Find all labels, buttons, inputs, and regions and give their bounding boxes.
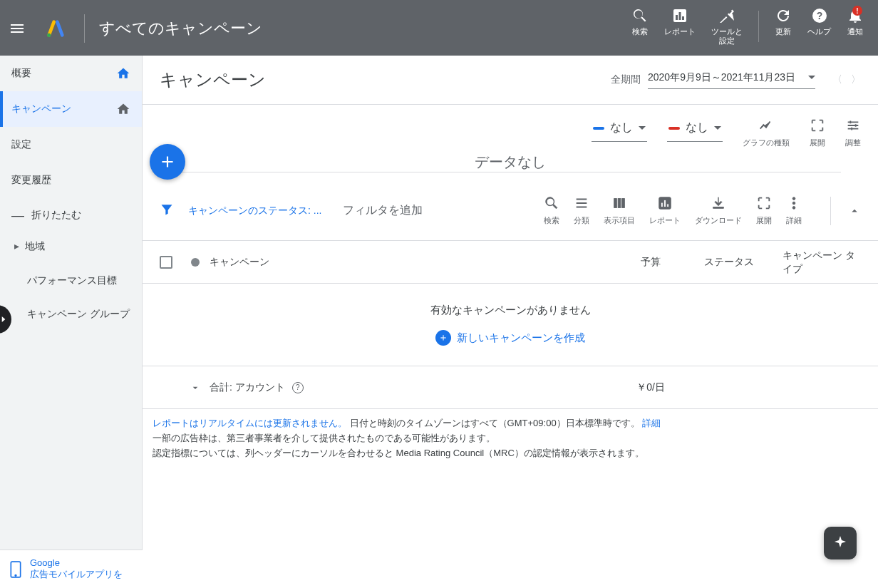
sidebar-change-history-label: 変更履歴 <box>11 174 51 187</box>
sidebar-overview-label: 概要 <box>11 67 31 80</box>
more-label: 詳細 <box>786 215 802 226</box>
refresh-button[interactable]: 更新 <box>775 7 792 46</box>
plus-circle-icon: ＋ <box>435 330 451 346</box>
footer-detail-link[interactable]: 詳細 <box>642 418 661 428</box>
sidebar-item-campaigns[interactable]: キャンペーン <box>0 91 142 127</box>
svg-rect-9 <box>622 199 625 208</box>
sidebar: 概要 キャンペーン 設定 変更履歴 — 折りたたむ ▸地域 パフォーマンス目標 … <box>0 56 143 588</box>
dropdown-icon <box>714 126 721 130</box>
svg-rect-2 <box>676 15 678 20</box>
table-search-label: 検索 <box>544 215 559 226</box>
total-budget: ￥0/日 <box>597 381 704 394</box>
col-campaign[interactable]: キャンペーン <box>210 256 597 269</box>
phone-icon <box>9 560 23 579</box>
download-button[interactable]: ダウンロード <box>695 195 742 226</box>
search-label: 検索 <box>632 27 648 36</box>
chevron-down-icon <box>190 382 201 393</box>
sidebar-campaigns-label: キャンペーン <box>11 103 71 115</box>
notifications-button[interactable]: ! 通知 <box>847 7 864 46</box>
chart-expand-button[interactable]: 展開 <box>810 118 825 148</box>
sidebar-collapse-button[interactable]: — 折りたたむ <box>0 201 142 229</box>
assistant-fab[interactable] <box>824 527 857 559</box>
col-budget[interactable]: 予算 <box>597 256 704 269</box>
google-ads-logo-icon[interactable] <box>34 19 77 38</box>
columns-button[interactable]: 表示項目 <box>604 195 635 226</box>
home-icon <box>116 102 130 116</box>
promo-line2: 広告モバイルアプリを <box>30 568 123 581</box>
chart-no-data: データなし <box>180 153 841 172</box>
chevron-right-icon <box>0 314 9 324</box>
footer-realtime-note[interactable]: レポートはリアルタイムには更新されません。 <box>153 418 347 428</box>
footer-mrc-note: 認定指標については、列ヘッダーにカーソルを合わせると Media Rating … <box>153 446 868 461</box>
date-range-picker[interactable]: 全期間 2020年9月9日～2021年11月23日 〈 〉 <box>611 71 861 89</box>
search-button[interactable]: 検索 <box>631 7 649 46</box>
help-icon[interactable]: ? <box>292 382 304 393</box>
next-period-button[interactable]: 〉 <box>851 73 861 86</box>
dropdown-icon <box>808 76 815 79</box>
prev-period-button[interactable]: 〈 <box>832 73 842 86</box>
caret-right-icon: ▸ <box>14 240 19 252</box>
select-all-checkbox[interactable] <box>160 256 172 269</box>
create-campaign-link[interactable]: ＋ 新しいキャンペーンを作成 <box>435 330 585 346</box>
main-content: キャンペーン 全期間 2020年9月9日～2021年11月23日 〈 〉 なし <box>143 56 878 588</box>
page-header: キャンペーン 全期間 2020年9月9日～2021年11月23日 〈 〉 <box>143 56 878 105</box>
filter-icon[interactable] <box>160 202 174 220</box>
table-search-button[interactable]: 検索 <box>544 195 559 226</box>
chart-adjust-button[interactable]: 調整 <box>845 118 861 148</box>
plus-icon <box>158 153 177 171</box>
total-label: 合計: アカウント <box>210 381 285 394</box>
status-filter-chip[interactable]: キャンペーンのステータス: ... <box>188 205 321 217</box>
add-campaign-fab[interactable] <box>150 144 185 180</box>
table-toolbar: キャンペーンのステータス: ... フィルタを追加 検索 分類 表示項目 <box>143 181 878 241</box>
svg-rect-8 <box>618 199 621 208</box>
table-expand-button[interactable]: 展開 <box>756 195 772 226</box>
svg-point-15 <box>792 202 795 205</box>
col-type[interactable]: キャンペーン タイプ <box>783 249 861 274</box>
sidebar-collapse-label: 折りたたむ <box>31 209 81 222</box>
mobile-app-promo[interactable]: Google 広告モバイルアプリを <box>0 550 143 588</box>
sidebar-item-change-history[interactable]: 変更履歴 <box>0 163 142 198</box>
svg-rect-3 <box>679 12 681 20</box>
chart-area: なし なし グラフの種類 展開 調整 <box>143 105 878 172</box>
tools-settings-button[interactable]: ツールと 設定 <box>711 7 743 46</box>
table-reports-button[interactable]: レポート <box>649 195 681 226</box>
table-header-row: キャンペーン 予算 ステータス キャンペーン タイプ <box>143 241 878 284</box>
svg-rect-7 <box>614 199 617 208</box>
metric-selector-1[interactable]: なし <box>592 118 647 142</box>
more-button[interactable]: 詳細 <box>786 195 802 226</box>
add-filter-button[interactable]: フィルタを追加 <box>343 203 423 218</box>
segment-button[interactable]: 分類 <box>574 195 589 226</box>
sidebar-item-campaign-groups[interactable]: キャンペーン グループ <box>0 297 142 331</box>
hamburger-menu-icon[interactable] <box>0 20 34 37</box>
refresh-label: 更新 <box>775 27 791 36</box>
footer-notes: レポートはリアルタイムには更新されません。 日付と時刻のタイムゾーンはすべて（G… <box>143 409 878 468</box>
chart-type-button[interactable]: グラフの種類 <box>743 118 790 148</box>
create-campaign-label: 新しいキャンペーンを作成 <box>457 331 585 345</box>
columns-label: 表示項目 <box>604 215 635 226</box>
sidebar-item-locations[interactable]: ▸地域 <box>0 229 142 264</box>
metric1-label: なし <box>610 120 633 135</box>
svg-rect-4 <box>682 16 684 20</box>
sidebar-item-settings[interactable]: 設定 <box>0 127 142 163</box>
reports-button[interactable]: レポート <box>664 7 696 46</box>
header-tools: 検索 レポート ツールと 設定 更新 ? ヘルプ ! 通知 <box>631 7 878 46</box>
tools-settings-label: ツールと 設定 <box>711 27 743 46</box>
toolbar-collapse-button[interactable] <box>830 197 861 225</box>
svg-point-18 <box>15 574 16 576</box>
metric-color-red <box>668 127 680 130</box>
metric-selector-2[interactable]: なし <box>667 118 723 142</box>
date-range-value: 2020年9月9日～2021年11月23日 <box>648 71 795 84</box>
dropdown-icon <box>639 126 646 130</box>
help-button[interactable]: ? ヘルプ <box>807 7 831 46</box>
home-icon <box>116 66 130 81</box>
svg-rect-13 <box>667 204 669 207</box>
table-reports-label: レポート <box>649 215 681 226</box>
segment-label: 分類 <box>574 215 589 226</box>
svg-rect-11 <box>661 202 663 207</box>
chart-adjust-label: 調整 <box>845 138 861 148</box>
sparkle-icon <box>832 535 849 552</box>
sidebar-item-performance-targets[interactable]: パフォーマンス目標 <box>0 264 142 298</box>
sidebar-item-overview[interactable]: 概要 <box>0 56 142 91</box>
col-status[interactable]: ステータス <box>704 256 783 269</box>
expand-total-button[interactable] <box>181 382 210 393</box>
